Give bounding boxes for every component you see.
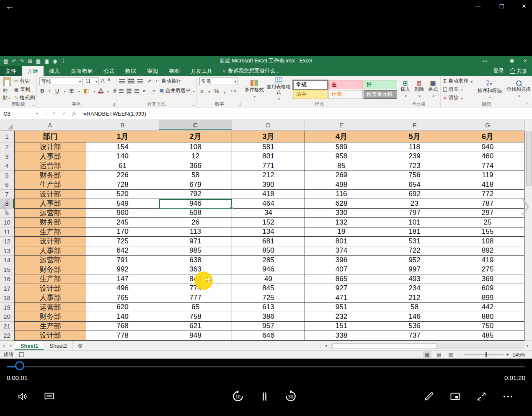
horizontal-scroll-track[interactable]	[330, 343, 524, 349]
cell-C13[interactable]: 985	[159, 246, 232, 256]
cell-A15[interactable]: 财务部	[14, 265, 86, 275]
cell-G15[interactable]: 275	[451, 265, 524, 275]
column-header-C[interactable]: C	[159, 120, 232, 131]
cell-A10[interactable]: 财务部	[14, 218, 86, 227]
cell-B8[interactable]: 549	[86, 199, 159, 209]
draw-button[interactable]	[419, 387, 438, 406]
cell-E18[interactable]: 471	[305, 293, 378, 303]
row-header-4[interactable]: 4	[0, 161, 14, 171]
cell-C9[interactable]: 508	[159, 209, 232, 218]
cell-D16[interactable]: 49	[232, 274, 305, 284]
ribbon-tab-5[interactable]: 数据	[120, 66, 142, 76]
font-size-combo[interactable]: 11	[84, 78, 99, 85]
number-format-combo[interactable]: 常规	[199, 78, 238, 85]
cell-style-chip[interactable]: 好	[364, 80, 397, 89]
cell-B7[interactable]: 520	[86, 190, 159, 199]
cell-D13[interactable]: 850	[232, 246, 305, 256]
cell-A12[interactable]: 设计部	[14, 237, 86, 246]
align-top-icon[interactable]	[119, 79, 125, 83]
sheet-nav-left-icon[interactable]: ◄	[0, 341, 8, 350]
fill-color-icon[interactable]: ◧	[83, 88, 90, 94]
cell-F22[interactable]: 737	[378, 331, 451, 341]
font-name-combo[interactable]: 等线	[39, 78, 83, 85]
cell-B16[interactable]: 147	[86, 274, 159, 284]
cell-F13[interactable]: 722	[378, 246, 451, 256]
cell-E20[interactable]: 232	[305, 312, 378, 322]
cell-D17[interactable]: 845	[232, 284, 305, 294]
volume-button[interactable]	[13, 387, 32, 406]
align-left-icon[interactable]	[119, 89, 124, 93]
cell-B17[interactable]: 496	[86, 284, 159, 294]
grow-font-icon[interactable]: A	[100, 78, 106, 85]
row-header-3[interactable]: 3	[0, 152, 14, 162]
cell-F9[interactable]: 797	[378, 209, 451, 218]
cell-G14[interactable]: 419	[451, 256, 524, 265]
number-dialog-launcher[interactable]	[238, 103, 240, 106]
cell-B19[interactable]: 620	[86, 303, 159, 313]
cell-E2[interactable]: 589	[305, 142, 378, 152]
cell-G10[interactable]: 25	[451, 218, 524, 227]
more-options-button[interactable]	[498, 387, 517, 406]
name-box[interactable]: C8	[0, 108, 36, 119]
cell-style-chip[interactable]: 计算	[328, 90, 363, 99]
cell-G6[interactable]: 418	[451, 180, 524, 190]
horizontal-scroll-thumb[interactable]	[333, 344, 437, 349]
cell-F8[interactable]: 23	[378, 199, 451, 209]
cell-A9[interactable]: 运营部	[14, 209, 86, 218]
cell-A3[interactable]: 人事部	[14, 152, 86, 162]
prev-overlay-icon[interactable]	[1, 196, 12, 217]
font-dialog-launcher[interactable]	[112, 103, 115, 106]
cell-C11[interactable]: 113	[159, 227, 232, 237]
cell-G20[interactable]: 880	[451, 312, 524, 322]
cell-E10[interactable]: 132	[305, 218, 378, 227]
cell-E12[interactable]: 801	[305, 237, 378, 246]
cell-E8[interactable]: 628	[305, 199, 378, 209]
cell-F7[interactable]: 692	[378, 190, 451, 199]
column-header-G[interactable]: G	[451, 120, 524, 131]
cell-F15[interactable]: 997	[378, 265, 451, 275]
cell-D22[interactable]: 646	[232, 331, 305, 341]
cell-E14[interactable]: 396	[305, 256, 378, 265]
clear-button[interactable]: ◆清除	[443, 94, 473, 101]
row-header-20[interactable]: 20	[0, 312, 14, 322]
cell-A17[interactable]: 设计部	[14, 284, 86, 294]
cell-A21[interactable]: 生产部	[14, 322, 86, 331]
cell-E9[interactable]: 330	[305, 209, 378, 218]
back-button[interactable]: ←	[5, 0, 15, 12]
cell-A22[interactable]: 设计部	[14, 331, 86, 341]
excel-restore-icon[interactable]: ▣	[505, 56, 519, 66]
cut-button[interactable]: ✂剪切	[14, 78, 35, 85]
cell-A20[interactable]: 财务部	[14, 312, 86, 322]
cell-G11[interactable]: 155	[451, 227, 524, 237]
cell-B2[interactable]: 154	[86, 142, 159, 152]
cell-F6[interactable]: 654	[378, 180, 451, 190]
zoom-out-icon[interactable]: −	[458, 352, 461, 358]
cell-F11[interactable]: 181	[378, 227, 451, 237]
cell-D18[interactable]: 725	[232, 293, 305, 303]
cell-C18[interactable]: 777	[159, 293, 232, 303]
cell-D8[interactable]: 464	[232, 199, 305, 209]
ribbon-display-options-icon[interactable]: ▭	[478, 56, 492, 66]
cell-B15[interactable]: 992	[86, 265, 159, 275]
row-header-14[interactable]: 14	[0, 256, 14, 265]
row-header-6[interactable]: 6	[0, 180, 14, 190]
enter-icon[interactable]: ✓	[59, 111, 69, 116]
row-header-15[interactable]: 15	[0, 265, 14, 275]
tell-me-box[interactable]: ♀ 告诉我您想要做什么...	[218, 66, 284, 76]
comma-style-icon[interactable]: ,	[223, 88, 227, 94]
cell-D21[interactable]: 957	[232, 322, 305, 331]
fill-button[interactable]: ↓填充	[443, 86, 473, 93]
column-header-D[interactable]: D	[232, 120, 305, 131]
row-header-1[interactable]: 1	[0, 131, 14, 142]
cell-G7[interactable]: 772	[451, 190, 524, 199]
cell-C2[interactable]: 108	[159, 142, 232, 152]
cell-C19[interactable]: 65	[159, 303, 232, 313]
collapse-ribbon-icon[interactable]	[526, 103, 529, 107]
format-as-table-button[interactable]: 套用表格格式	[266, 78, 291, 102]
row-header-12[interactable]: 12	[0, 237, 14, 246]
percent-style-icon[interactable]: %	[213, 88, 220, 94]
row-header-13[interactable]: 13	[0, 246, 14, 256]
row-header-10[interactable]: 10	[0, 218, 14, 227]
vertical-scrollbar[interactable]	[524, 120, 532, 341]
row-header-17[interactable]: 17	[0, 284, 14, 294]
